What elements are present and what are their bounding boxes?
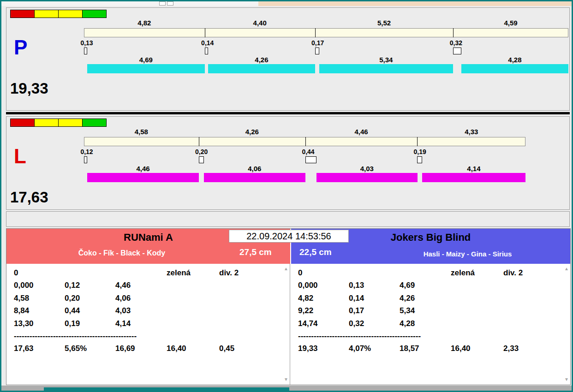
leg-time-bar (461, 64, 568, 73)
split-time-label: 4,33 (417, 128, 525, 135)
result-cell: 4,28 (400, 319, 415, 328)
split-time-label: 4,40 (205, 19, 315, 26)
lane-panel-left: L 4,584,264,464,330,124,460,204,060,444,… (6, 116, 570, 210)
leg-time-label: 4,28 (461, 56, 568, 63)
leg-time-label: 5,34 (319, 56, 453, 63)
result-cell: 0,45 (219, 344, 234, 353)
result-cell: 0,12 (65, 281, 80, 290)
leg-time-label: 4,03 (316, 165, 418, 172)
result-cell: 13,30 (14, 319, 34, 328)
bottom-accent (44, 387, 289, 391)
jump-height: 27,5 cm (239, 247, 272, 257)
result-cell: 4,14 (115, 319, 131, 328)
result-cell: 0,000 (14, 281, 34, 290)
crossing-time-box (453, 48, 461, 54)
result-cell: 0,000 (298, 281, 318, 290)
split-divider-tick (305, 137, 306, 146)
result-cell: 0,44 (65, 306, 80, 315)
crossing-time-box (205, 48, 209, 54)
leg-time-label: 4,14 (422, 165, 526, 172)
crossing-time-box (315, 48, 319, 54)
scroll-down-icon[interactable]: ▼ (564, 377, 569, 382)
result-cell: 4,07% (349, 344, 371, 353)
start-light-yellow-2 (58, 119, 83, 127)
result-cell: 5,65% (65, 344, 87, 353)
crossing-time-box (305, 156, 316, 163)
result-cell: zelená (167, 268, 191, 278)
result-cell: 4,58 (14, 294, 29, 303)
table-row: 13,30 0,19 4,14 (6, 319, 290, 332)
result-cell: 4,46 (115, 281, 131, 290)
crossing-time-label: 0,14 (195, 39, 221, 47)
result-cell: 0 (14, 268, 18, 278)
crossing-time-label: 0,17 (305, 39, 331, 47)
result-cell: div. 2 (219, 268, 239, 278)
team-dogs: Hasli - Maizy - Gina - Sirius (365, 250, 570, 258)
lane-letter: L (14, 146, 26, 166)
teams-panel: RUNami A Čoko - Fík - Black - Kody 27,5 … (6, 228, 571, 385)
crossing-time-box (417, 156, 422, 163)
result-cell: 4,82 (298, 294, 313, 303)
split-time-bar (84, 28, 568, 37)
result-cell: 0,17 (349, 306, 364, 315)
result-cell: 16,40 (451, 344, 471, 353)
split-divider-tick (453, 28, 454, 37)
result-cell: 0,32 (349, 319, 364, 328)
crossing-time-box (84, 48, 87, 54)
result-cell: zelená (451, 268, 475, 278)
result-cell: 16,69 (115, 344, 135, 353)
leg-time-label: 4,69 (87, 56, 205, 63)
table-row: 4,58 0,20 4,06 (6, 294, 290, 306)
result-panel-left: ▲ 0 zelená div. 2 0,000 0,12 4,46 4,58 0… (6, 264, 290, 385)
result-cell: 17,63 (14, 344, 34, 353)
start-light-red (10, 119, 35, 127)
leg-time-bar (208, 64, 315, 73)
leg-time-bar (204, 173, 305, 182)
background-window-fragment (167, 1, 173, 6)
table-row: 14,74 0,32 4,28 (291, 319, 570, 332)
leg-time-bar (87, 64, 205, 73)
lane-total-time: 19,33 (10, 81, 48, 96)
result-cell: 5,34 (400, 306, 415, 315)
leg-time-label: 4,26 (208, 56, 315, 63)
crossing-time-label: 0,12 (74, 148, 100, 155)
start-light-yellow-1 (34, 119, 59, 127)
crossing-time-label: 0,32 (443, 39, 469, 47)
crossing-time-box (84, 156, 87, 163)
desktop-strip (1, 1, 572, 6)
result-cell: 0,20 (65, 294, 80, 303)
table-row: 4,82 0,14 4,26 (291, 294, 570, 306)
result-cell: 9,22 (298, 306, 313, 315)
crossing-time-label: 0,20 (189, 148, 215, 155)
start-light-red (10, 10, 35, 18)
table-row: 0,000 0,12 4,46 (6, 281, 290, 293)
split-time-label: 4,58 (84, 128, 199, 135)
background-window (258, 1, 572, 6)
crossing-time-box (199, 156, 204, 163)
split-time-label: 4,46 (305, 128, 417, 135)
result-cell: 2,33 (503, 344, 519, 353)
result-cell: 19,33 (298, 344, 318, 353)
split-divider-tick (417, 137, 418, 146)
lane-letter: P (14, 37, 27, 58)
split-time-label: 4,26 (199, 128, 305, 135)
jump-height: 22,5 cm (299, 247, 332, 257)
leg-time-label: 4,06 (204, 165, 305, 172)
leg-time-bar (422, 173, 526, 182)
result-cell: 4,06 (115, 294, 131, 303)
lane-panel-right: P 4,824,405,524,590,134,690,144,260,175,… (6, 7, 570, 111)
leg-time-label: 4,46 (87, 165, 199, 172)
result-cell: 16,40 (167, 344, 186, 353)
leg-time-bar (319, 64, 453, 73)
lane-divider (6, 112, 570, 114)
scroll-down-icon[interactable]: ▼ (284, 377, 288, 382)
result-cell: div. 2 (503, 268, 523, 278)
table-row: 0 zelená div. 2 (6, 268, 290, 281)
crossing-time-label: 0,13 (74, 39, 100, 47)
lane-track: 4,824,405,524,590,134,690,144,260,175,34… (84, 8, 570, 110)
status-strip (6, 211, 570, 227)
result-cell: 0,19 (65, 319, 80, 328)
leg-time-bar (316, 173, 418, 182)
taskbar-strip (1, 386, 572, 391)
split-time-label: 4,59 (453, 19, 568, 26)
